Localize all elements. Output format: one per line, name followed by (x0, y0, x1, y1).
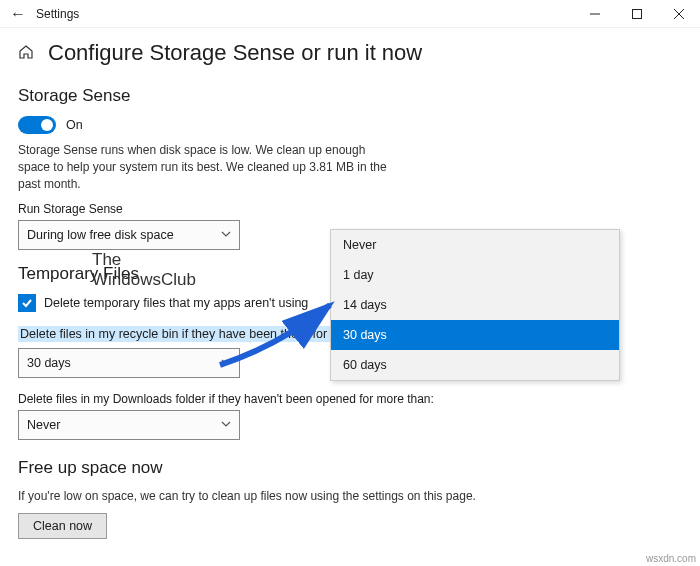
temp-files-checkbox[interactable] (18, 294, 36, 312)
minimize-button[interactable] (574, 0, 616, 28)
downloads-label: Delete files in my Downloads folder if t… (18, 392, 682, 406)
recycle-bin-combo[interactable]: 30 days (18, 348, 240, 378)
downloads-combo[interactable]: Never (18, 410, 240, 440)
clean-now-button[interactable]: Clean now (18, 513, 107, 539)
chevron-down-icon (221, 418, 231, 432)
recycle-bin-label: Delete files in my recycle bin if they h… (18, 326, 360, 342)
free-up-description: If you're low on space, we can try to cl… (18, 488, 538, 505)
storage-sense-heading: Storage Sense (18, 86, 682, 106)
storage-description: Storage Sense runs when disk space is lo… (18, 142, 398, 192)
source-credit: wsxdn.com (646, 553, 696, 564)
option-14-days[interactable]: 14 days (331, 290, 619, 320)
recycle-options-dropdown: Never 1 day 14 days 30 days 60 days (330, 229, 620, 381)
svg-rect-1 (633, 9, 642, 18)
free-up-heading: Free up space now (18, 458, 682, 478)
option-1-day[interactable]: 1 day (331, 260, 619, 290)
recycle-bin-value: 30 days (27, 356, 71, 370)
toggle-knob (41, 119, 53, 131)
maximize-button[interactable] (616, 0, 658, 28)
close-button[interactable] (658, 0, 700, 28)
page-title: Configure Storage Sense or run it now (48, 40, 422, 66)
storage-toggle-row: On (18, 116, 682, 134)
chevron-down-icon (221, 356, 231, 370)
run-frequency-value: During low free disk space (27, 228, 174, 242)
downloads-value: Never (27, 418, 60, 432)
toggle-state-label: On (66, 118, 83, 132)
home-icon[interactable] (18, 44, 38, 63)
run-frequency-combo[interactable]: During low free disk space (18, 220, 240, 250)
run-frequency-label: Run Storage Sense (18, 202, 682, 216)
window-controls (574, 0, 700, 28)
option-30-days[interactable]: 30 days (331, 320, 619, 350)
page-header: Configure Storage Sense or run it now (18, 40, 682, 66)
option-never[interactable]: Never (331, 230, 619, 260)
chevron-down-icon (221, 228, 231, 242)
back-button[interactable]: ← (0, 5, 36, 23)
app-name-label: Settings (36, 7, 574, 21)
temp-files-checkbox-label: Delete temporary files that my apps aren… (44, 296, 308, 310)
title-bar: ← Settings (0, 0, 700, 28)
storage-sense-toggle[interactable] (18, 116, 56, 134)
option-60-days[interactable]: 60 days (331, 350, 619, 380)
